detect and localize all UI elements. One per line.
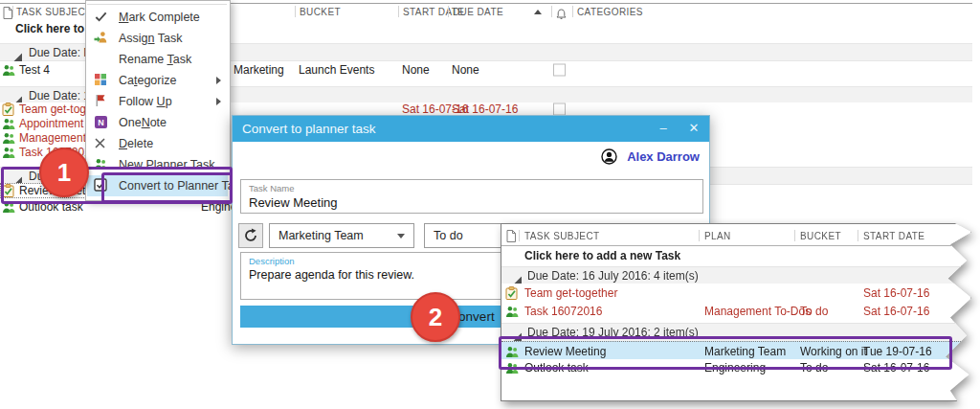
column-start-date[interactable]: START DATE bbox=[863, 231, 924, 241]
task-start: Sat 16-07-16 bbox=[863, 361, 929, 375]
menu-item-label: OneNote bbox=[119, 116, 167, 129]
close-button[interactable]: ✕ bbox=[680, 116, 707, 142]
column-separator bbox=[551, 6, 552, 17]
submenu-arrow-icon bbox=[216, 77, 221, 84]
plan-dropdown[interactable]: Marketing Team bbox=[269, 223, 414, 248]
categorize-icon bbox=[94, 73, 109, 88]
task-name-field[interactable]: Task Name Review Meeting bbox=[240, 179, 703, 214]
menu-separator bbox=[87, 4, 227, 5]
convert-icon bbox=[94, 178, 109, 193]
grptri-icon bbox=[13, 91, 22, 100]
column-separator bbox=[12, 6, 13, 17]
document-icon bbox=[506, 229, 516, 246]
panel-column-header: TASK SUBJECT PLAN BUCKET START DATE bbox=[501, 226, 970, 246]
task-row[interactable]: Team get-togetherSat 16-07-16 bbox=[501, 284, 970, 302]
task-row[interactable]: Review MeetingMarketing TeamWorking on i… bbox=[501, 341, 970, 361]
clipboard-icon bbox=[2, 184, 17, 197]
task-due: Sat 16-07-16 bbox=[452, 102, 518, 116]
clipboard-icon bbox=[2, 102, 17, 116]
bucket-dropdown-value: To do bbox=[434, 229, 463, 242]
description-label: Description bbox=[249, 256, 295, 266]
task-subject: Team get-together bbox=[524, 286, 617, 300]
task-bucket: To do bbox=[800, 361, 828, 375]
menu-item-rename-task[interactable]: Rename Task bbox=[87, 49, 228, 70]
task-bucket: Launch Events bbox=[299, 63, 374, 77]
plan-dropdown-value: Marketing Team bbox=[278, 229, 364, 242]
grptri-icon bbox=[513, 329, 522, 337]
task-plan: Engineering bbox=[704, 361, 766, 375]
delete-icon bbox=[94, 136, 109, 151]
column-bucket[interactable]: BUCKET bbox=[300, 7, 341, 17]
menu-item-delete[interactable]: Delete bbox=[87, 133, 228, 154]
task-subject: Management bbox=[19, 131, 86, 145]
column-task-subject[interactable]: TASK SUBJECT bbox=[16, 7, 92, 17]
people-icon bbox=[2, 63, 17, 77]
menu-item-convert-to-planner-task[interactable]: Convert to Planner Task bbox=[87, 175, 228, 196]
menu-item-follow-up[interactable]: Follow Up bbox=[87, 91, 228, 112]
task-subject: Task 16072016 bbox=[524, 305, 602, 318]
group-header-row[interactable]: Due Date: 19 July 2016: 2 item(s) bbox=[501, 323, 970, 342]
menu-item-label: Categorize bbox=[119, 74, 176, 87]
column-separator bbox=[295, 6, 296, 17]
menu-item-assign-task[interactable]: Assign Task bbox=[87, 28, 228, 49]
people-icon bbox=[94, 157, 109, 172]
task-plan: Marketing bbox=[234, 63, 284, 77]
people-icon bbox=[2, 200, 17, 214]
signed-in-user[interactable]: Alex Darrow bbox=[627, 149, 700, 164]
clipboard-icon bbox=[505, 286, 521, 300]
menu-item-label: Convert to Planner Task bbox=[119, 179, 246, 193]
menu-item-onenote[interactable]: NOneNote bbox=[87, 112, 228, 133]
group-header-label: Due Date: 16 July 2016: 4 item(s) bbox=[527, 269, 699, 283]
menu-item-label: Assign Task bbox=[119, 32, 182, 45]
column-separator bbox=[448, 6, 449, 17]
onenote-icon: N bbox=[94, 115, 109, 130]
column-separator bbox=[794, 230, 795, 241]
task-plan: Marketing Team bbox=[704, 345, 786, 358]
refresh-icon bbox=[243, 228, 258, 247]
task-row[interactable]: Outlook taskEngineeringTo doSat 16-07-16 bbox=[501, 359, 970, 376]
people-icon bbox=[505, 305, 521, 318]
column-categories[interactable]: CATEGORIES bbox=[577, 7, 643, 17]
task-start: Sat 16-07-16 bbox=[863, 305, 929, 318]
account-person-icon bbox=[601, 148, 617, 165]
task-subject: Appointment t bbox=[19, 117, 90, 130]
column-due-date[interactable]: DUE DATE bbox=[453, 7, 503, 17]
step-1-badge: 1 bbox=[39, 148, 89, 197]
add-task-row[interactable]: Click here to add a new Task bbox=[501, 246, 970, 265]
task-bucket: To do bbox=[800, 305, 828, 318]
menu-item-label: Mark Complete bbox=[119, 11, 200, 24]
task-plan: Management To-Dos bbox=[704, 305, 811, 318]
task-bucket: Working on it bbox=[800, 345, 867, 358]
minimize-button[interactable]: – bbox=[650, 116, 677, 142]
sort-ascending-icon[interactable] bbox=[534, 10, 542, 14]
menu-item-label: New Planner Task bbox=[119, 158, 215, 171]
category-checkbox[interactable] bbox=[553, 63, 566, 76]
column-plan[interactable]: PLAN bbox=[704, 231, 731, 241]
task-due: None bbox=[452, 63, 479, 77]
add-task-label: Click here to add a new Task bbox=[524, 249, 680, 262]
task-subject: Outlook task bbox=[19, 200, 83, 214]
people-icon bbox=[505, 361, 521, 375]
category-checkbox[interactable] bbox=[553, 103, 566, 116]
task-row[interactable]: Task 16072016Management To-DosTo doSat 1… bbox=[501, 302, 970, 320]
people-icon bbox=[2, 117, 17, 130]
menu-item-new-planner-task[interactable]: New Planner Task bbox=[87, 154, 228, 175]
menu-item-categorize[interactable]: Categorize bbox=[87, 70, 228, 91]
task-start: Sat 16-07-16 bbox=[863, 286, 929, 300]
assign-icon bbox=[94, 31, 109, 46]
column-separator bbox=[858, 230, 858, 241]
group-header-row[interactable]: Due Date: 16 July 2016: 4 item(s) bbox=[501, 266, 970, 285]
column-separator bbox=[572, 6, 573, 17]
people-icon bbox=[2, 146, 17, 159]
menu-item-mark-complete[interactable]: Mark Complete bbox=[87, 7, 228, 28]
flag-icon bbox=[94, 94, 109, 109]
column-bucket[interactable]: BUCKET bbox=[800, 231, 841, 241]
dialog-titlebar[interactable]: Convert to planner task – ✕ bbox=[233, 116, 709, 142]
column-separator bbox=[519, 230, 520, 241]
context-menu: Mark CompleteAssign TaskRename TaskCateg… bbox=[85, 0, 231, 201]
column-task-subject[interactable]: TASK SUBJECT bbox=[524, 231, 600, 241]
task-list-overlay-panel: TASK SUBJECT PLAN BUCKET START DATE Clic… bbox=[501, 223, 971, 401]
grptri-icon bbox=[513, 272, 522, 281]
grptri-icon bbox=[13, 171, 22, 180]
refresh-button[interactable] bbox=[238, 223, 263, 248]
